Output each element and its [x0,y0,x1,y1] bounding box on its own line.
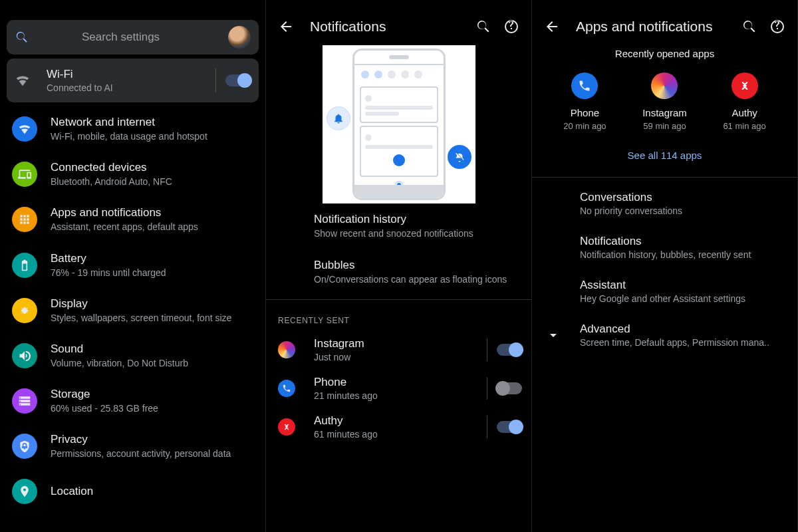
recent-app-instagram[interactable]: Instagram59 min ago [642,72,687,131]
recent-sent-authy[interactable]: Authy61 minutes ago [266,408,531,446]
divider [266,299,531,300]
setting-subtitle: Volume, vibration, Do Not Disturb [51,357,188,369]
setting-item-devices[interactable]: Connected devicesBluetooth, Android Auto… [0,152,265,197]
help-icon[interactable] [503,19,519,35]
bell-off-icon [448,145,471,169]
apps-icon [12,207,37,232]
wifi-icon [15,72,31,88]
search-icon[interactable] [475,19,491,35]
notifications-row[interactable]: Notifications Notification history, bubb… [532,225,797,269]
assistant-row[interactable]: Assistant Hey Google and other Assistant… [532,269,797,313]
setting-title: Location [51,485,93,498]
divider [532,177,797,178]
settings-panel: Search settings Wi-Fi Connected to AI Ne… [0,0,266,532]
setting-item-location[interactable]: Location [0,469,265,513]
page-title: Notifications [310,19,464,35]
search-placeholder: Search settings [13,31,228,44]
setting-subtitle: Wi-Fi, mobile, data usage and hotspot [51,130,207,142]
wifi-toggle[interactable] [225,74,251,86]
notification-history-row[interactable]: Notification history Show recent and sno… [266,203,531,249]
bubbles-row[interactable]: Bubbles On/Conversations can appear as f… [266,249,531,295]
wifi-icon [12,116,37,142]
display-icon [12,298,37,323]
instagram-icon [651,72,678,99]
instagram-icon [278,341,295,358]
devices-icon [12,162,37,187]
separator [215,68,216,92]
notifications-illustration [323,45,475,203]
setting-item-display[interactable]: DisplayStyles, wallpapers, screen timeou… [0,288,265,333]
storage-icon [12,388,37,414]
notification-toggle[interactable] [497,344,522,356]
setting-subtitle: 76% - 19 mins until charged [51,267,166,279]
setting-item-privacy[interactable]: PrivacyPermissions, account activity, pe… [0,424,265,469]
setting-item-battery[interactable]: Battery76% - 19 mins until charged [0,243,265,288]
privacy-icon [12,434,37,459]
notification-toggle[interactable] [497,382,522,394]
account-avatar[interactable] [228,26,251,49]
setting-subtitle: 60% used - 25.83 GB free [51,402,158,414]
setting-item-wifi[interactable]: Network and internetWi-Fi, mobile, data … [0,106,265,152]
setting-item-apps[interactable]: Apps and notificationsAssistant, recent … [0,197,265,242]
setting-item-sound[interactable]: SoundVolume, vibration, Do Not Disturb [0,333,265,378]
recently-opened-header: Recently opened apps [532,45,797,72]
setting-title: Connected devices [51,161,172,174]
wifi-subtitle: Connected to AI [47,82,206,93]
authy-icon [278,418,295,436]
location-icon [12,479,37,504]
setting-title: Apps and notifications [51,206,198,219]
recent-app-phone[interactable]: Phone20 min ago [563,72,606,131]
setting-title: Battery [51,252,166,265]
notification-toggle[interactable] [497,421,522,433]
wifi-quick-card[interactable]: Wi-Fi Connected to AI [7,59,259,102]
back-button[interactable] [278,19,294,35]
sound-icon [12,343,37,368]
recent-sent-instagram[interactable]: InstagramJust now [266,331,531,369]
search-settings[interactable]: Search settings [7,20,259,55]
help-icon[interactable] [769,19,785,35]
setting-title: Display [51,297,231,311]
setting-subtitle: Styles, wallpapers, screen timeout, font… [51,312,231,324]
chevron-down-icon [545,327,561,343]
setting-title: Sound [51,342,188,356]
apps-notifications-panel: Apps and notifications Recently opened a… [532,0,798,532]
recent-app-authy[interactable]: Authy61 min ago [723,72,765,131]
battery-icon [12,253,37,278]
bell-icon [327,106,350,130]
phone-icon [278,380,295,397]
wifi-title: Wi-Fi [47,68,206,81]
notifications-panel: Notifications Notification history Show … [266,0,532,532]
see-all-apps-link[interactable]: See all 114 apps [532,147,797,173]
recently-sent-label: Recently sent [266,304,531,331]
setting-title: Privacy [51,433,231,446]
authy-icon [732,72,758,99]
advanced-row[interactable]: Advanced Screen time, Default apps, Perm… [532,313,797,357]
conversations-row[interactable]: Conversations No priority conversations [532,182,797,225]
page-title: Apps and notifications [576,19,730,35]
setting-subtitle: Assistant, recent apps, default apps [51,221,198,233]
back-button[interactable] [544,19,560,35]
recent-sent-phone[interactable]: Phone21 minutes ago [266,369,531,408]
setting-title: Network and internet [51,116,207,129]
setting-item-storage[interactable]: Storage60% used - 25.83 GB free [0,378,265,424]
setting-subtitle: Bluetooth, Android Auto, NFC [51,176,172,188]
setting-title: Storage [51,388,158,401]
search-icon[interactable] [741,19,757,35]
setting-subtitle: Permissions, account activity, personal … [51,448,231,460]
phone-icon [571,72,598,99]
